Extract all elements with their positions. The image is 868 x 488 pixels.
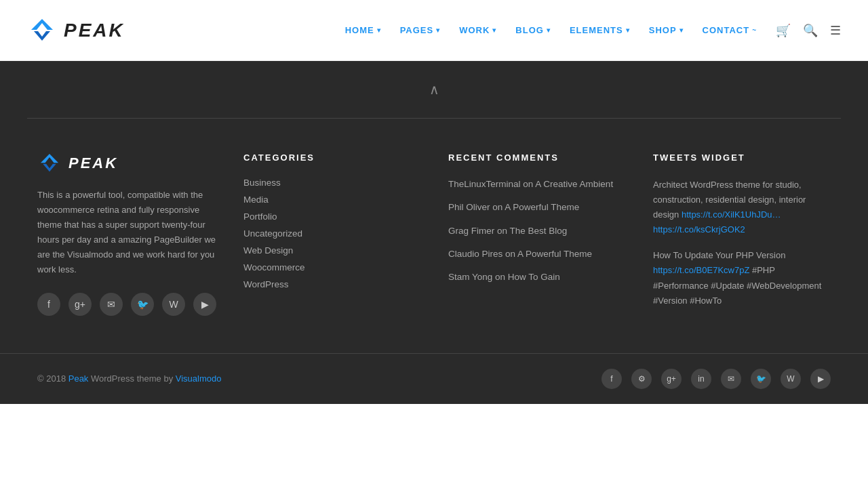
logo-icon — [27, 18, 57, 43]
tweet-2: How To Update Your PHP Version https://t… — [653, 248, 831, 308]
nav-contact[interactable]: CONTACT ~ — [703, 25, 757, 35]
bottom-facebook-icon[interactable]: f — [601, 369, 622, 389]
visualmodo-link[interactable]: Visualmodo — [176, 373, 222, 384]
wordpress-icon[interactable]: W — [162, 293, 185, 316]
footer-description: This is a powerful tool, compatible with… — [37, 188, 216, 278]
tweets-title: TWEETS WIDGET — [653, 152, 831, 163]
facebook-icon[interactable]: f — [37, 293, 60, 316]
chevron-up-icon[interactable]: ∧ — [429, 81, 439, 98]
mail-icon[interactable]: ✉ — [100, 293, 123, 316]
tweet-link-1[interactable]: https://t.co/XilK1UhJDu… — [682, 209, 781, 220]
nav-work[interactable]: WORK ▾ — [459, 25, 496, 35]
bottom-linkedin-icon[interactable]: in — [691, 369, 711, 389]
footer-section: ∧ PEAK This is a powerful tool, compatib… — [0, 61, 868, 404]
footer-divider — [27, 118, 841, 119]
header: PEAK HOME ▾ PAGES ▾ WORK ▾ BLOG ▾ ELEMEN… — [0, 0, 868, 61]
nav-elements[interactable]: ELEMENTS ▾ — [570, 25, 630, 35]
footer-logo: PEAK — [37, 152, 216, 174]
social-icons: f g+ ✉ 🐦 W ▶ — [37, 293, 216, 316]
comment-3[interactable]: Grag Fimer on The Best Blog — [448, 224, 626, 238]
cart-icon[interactable]: 🛒 — [776, 23, 791, 38]
nav-home[interactable]: HOME ▾ — [345, 25, 381, 35]
search-icon[interactable]: 🔍 — [803, 23, 818, 38]
logo[interactable]: PEAK — [27, 18, 125, 43]
cat-media[interactable]: Media — [243, 195, 421, 205]
nav-blog[interactable]: BLOG ▾ — [515, 25, 551, 35]
youtube-icon[interactable]: ▶ — [193, 293, 216, 316]
footer-tweets-col: TWEETS WIDGET Architect WordPress theme … — [653, 152, 831, 319]
bottom-youtube-icon[interactable]: ▶ — [810, 369, 831, 389]
nav-pages[interactable]: PAGES ▾ — [400, 25, 441, 35]
logo-text: PEAK — [64, 20, 125, 41]
tweet-link-3[interactable]: https://t.co/B0E7Kcw7pZ — [653, 265, 749, 275]
footer-logo-text: PEAK — [68, 155, 118, 172]
bottom-googleplus-icon[interactable]: g+ — [661, 369, 682, 389]
footer-bottom-social: f ⚙ g+ in ✉ 🐦 W ▶ — [601, 369, 831, 389]
footer-logo-icon — [37, 152, 62, 174]
categories-title: CATEGORIES — [243, 152, 421, 163]
nav-shop[interactable]: SHOP ▾ — [649, 25, 684, 35]
nav-icons: 🛒 🔍 ☰ — [776, 23, 841, 38]
cat-portfolio[interactable]: Portfolio — [243, 211, 421, 222]
footer-columns: PEAK This is a powerful tool, compatible… — [0, 152, 868, 353]
twitter-icon[interactable]: 🐦 — [131, 293, 154, 316]
svg-marker-0 — [31, 19, 53, 30]
tweet-1: Architect WordPress theme for studio, co… — [653, 178, 831, 237]
peak-link[interactable]: Peak — [68, 373, 89, 384]
comment-2[interactable]: Phil Oliver on A Powerful Theme — [448, 201, 626, 214]
footer-about-col: PEAK This is a powerful tool, compatible… — [37, 152, 216, 319]
comment-4[interactable]: Claudio Pires on A Powerful Theme — [448, 247, 626, 261]
googleplus-icon[interactable]: g+ — [68, 293, 92, 316]
cat-webdesign[interactable]: Web Design — [243, 245, 421, 256]
comments-title: RECENT COMMENTS — [448, 152, 626, 163]
svg-marker-2 — [41, 154, 58, 163]
cat-uncategorized[interactable]: Uncategorized — [243, 228, 421, 239]
svg-marker-3 — [43, 164, 56, 171]
bottom-github-icon[interactable]: ⚙ — [631, 369, 652, 389]
cat-wordpress[interactable]: WordPress — [243, 279, 421, 289]
back-to-top[interactable]: ∧ — [0, 75, 868, 118]
footer-comments-col: RECENT COMMENTS TheLinuxTerminal on A Cr… — [448, 152, 626, 319]
footer-categories-col: CATEGORIES Business Media Portfolio Unca… — [243, 152, 421, 319]
bottom-wordpress-icon[interactable]: W — [781, 369, 801, 389]
main-nav: HOME ▾ PAGES ▾ WORK ▾ BLOG ▾ ELEMENTS ▾ … — [345, 23, 841, 38]
tweet-link-2[interactable]: https://t.co/ksCkrjGOK2 — [653, 224, 745, 235]
menu-icon[interactable]: ☰ — [830, 23, 841, 38]
bottom-twitter-icon[interactable]: 🐦 — [751, 369, 771, 389]
copyright: © 2018 Peak WordPress theme by Visualmod… — [37, 373, 221, 384]
comment-1[interactable]: TheLinuxTerminal on A Creative Ambient — [448, 178, 626, 191]
comment-5[interactable]: Stam Yong on How To Gain — [448, 270, 626, 284]
cat-woocommerce[interactable]: Woocommerce — [243, 262, 421, 272]
cat-business[interactable]: Business — [243, 178, 421, 188]
svg-marker-1 — [34, 31, 50, 41]
bottom-mail-icon[interactable]: ✉ — [721, 369, 741, 389]
footer-bottom: © 2018 Peak WordPress theme by Visualmod… — [0, 353, 868, 404]
